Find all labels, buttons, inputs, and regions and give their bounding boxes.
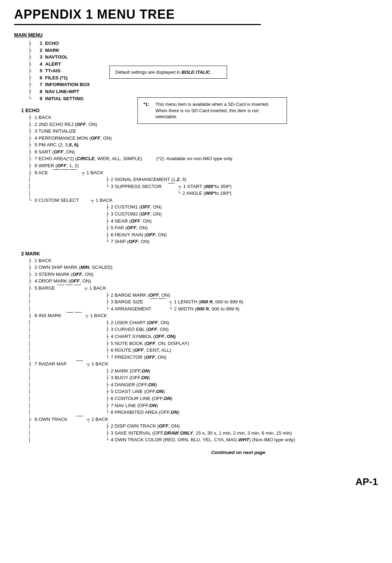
section-mark: 2 MARK [14,251,378,256]
mark-ins: ├6 INS MARK ┬1 BACK [28,312,378,319]
note-defaults-prefix: Default settings are displayed in [115,69,182,75]
barge-mark: │├2 BARGE MARK (OFF , ON) [28,292,378,299]
main-menu-item: ├8NAV LINE•WPT [14,88,378,95]
echo-wiper: ├8 WIPER (OFF , 1, 2) [28,162,378,169]
note-sd-card: *1: This menu item is available when a S… [137,97,287,124]
ins-route: │├6 ROUTE (OFF , CENT, ALL) [28,347,378,354]
barge-size: │├3 BARGE SIZE ┬1 LENGTH (000 ft , 000 t… [28,298,378,305]
cs-custom2: ├3 CUSTOM2 (OFF , ON) [28,211,378,218]
rm-buoy: │├3 BUOY (OFF, ON ) [28,374,378,381]
rm-danger: │├4 DANGER (OFF, ON ) [28,381,378,388]
echo-pm-arc: ├5 PM ARC (2, 3, 5 , 6) [28,141,378,149]
mark-drop: ├4 DROP MARK (OFF , ON) [28,278,378,285]
main-menu-item: ├2MARK [14,47,378,54]
echo-sart: ├6 SART (OFF , ON) [28,149,378,156]
rm-mark: │├2 MARK (OFF, ON ) [28,368,378,375]
mark-own-track: ├8 OWN TRACK ┬1 BACK [28,416,378,423]
cs-far: ├5 FAR (OFF , ON) [28,224,378,231]
cs-custom1: ├2 CUSTOM1 (OFF , ON) [28,204,378,211]
note-defaults-suffix: . [212,69,213,75]
main-menu-heading: MAIN MENU [14,32,378,38]
cs-heavy-rain: ├6 HEAVY RAIN (OFF , ON) [28,231,378,238]
echo-custom-select: └0 CUSTOM SELECT ┬1 BACK [28,197,378,204]
ins-chart-symbol: │├4 CHART SYMBOL (OFF , ON) [28,333,378,340]
echo-tune-init: ├3 TUNE INITIALIZE [28,128,378,135]
echo-ace: ├9 ACE ┬1 BACK [28,169,378,176]
mark-back: ├1 BACK [28,257,378,264]
ace-suppress: │└3 SUPPRESS SECTOR ┬1 START (000° to 35… [28,183,378,190]
rm-coast: │├5 COAST LINE (OFF, ON ) [28,388,378,395]
rm-navline: │├7 NAV LINE (OFF, ON ) [28,402,378,409]
ins-notebook: │├5 NOTE BOOK (OFF , ON, DISPLAY) [28,340,378,347]
echo-area: ├7 ECHO AREA(*2) (CIRCLE , WIDE, ALL, SI… [28,155,378,162]
appendix-title: APPENDIX 1 MENU TREE [14,7,378,22]
rm-contour: │├6 CONTOUR LINE (OFF, ON ) [28,395,378,402]
cs-near: ├4 NEAR (OFF , ON) [28,218,378,225]
main-menu-item: ├7INFORMATION BOX [14,81,378,88]
ins-user-chart: │├2 USER CHART (OFF , ON) [28,319,378,326]
note-defaults: Default settings are displayed in BOLD I… [109,66,227,79]
mark-radar-map: ├7 RADAR MAP ┬1 BACK [28,361,378,368]
rm-prohibited: │└8 PROHIBITED AREA (OFF, ON ) [28,409,378,416]
continued-note: Continued on next page [14,450,378,455]
page-number: AP-1 [14,476,378,488]
cs-ship: └7 SHIP (OFF , ON) [28,238,378,245]
ot-disp: │├2 DISP OWN TRACK (OFF , ON) [28,423,378,430]
ot-color: │└4 OWN TRACK COLOR (RED, GRN, BLU, YEL,… [28,436,378,443]
mark-own-ship: ├2 OWN SHIP MARK (MIN , SCALED) [28,264,378,271]
title-underline [14,24,261,25]
note2-tag: *1: [143,101,154,108]
echo-perf-mon: ├4 PERFORMANCE MON (OFF , ON) [28,135,378,142]
mark-stern: ├3 STERN MARK (OFF , ON) [28,271,378,278]
main-menu-item: ├3NAVTOOL [14,54,378,61]
ace-sig-enh: │├2 SIGNAL ENHANCEMENT (1, 2 , 3) [28,176,378,183]
note2-line1: This menu item is available when a SD-Ca… [155,102,269,107]
barge-arrangement: │└4 ARRANGEMENT └2 WIDTH (000 ft , 000 t… [28,305,378,313]
ins-curved-ebl: │├3 CURVED EBL (OFF , ON) [28,326,378,333]
note2-line2: When there is no SD-Card inserted, this … [155,108,259,120]
mark-barge: ├5 BARGE ┬1 BACK [28,285,378,292]
ace-angle: │ └2 ANGLE (000º to 180º) [28,190,378,197]
main-menu-item: ├1ECHO [14,40,378,47]
ot-save-interval: │├3 SAVE INTERVAL (OFF, DRAW ONLY , 15 s… [28,430,378,437]
note-defaults-bold: BOLD ITALIC [182,69,210,75]
ins-predictor: │└7 PREDICTOR (OFF , ON) [28,354,378,361]
